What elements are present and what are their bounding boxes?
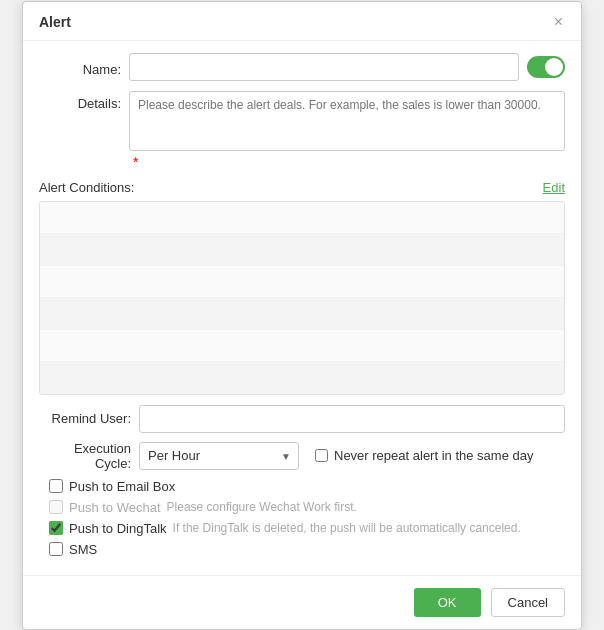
push-dingtalk-label: Push to DingTalk: [69, 521, 167, 536]
execution-cycle-label: Execution Cycle:: [39, 441, 139, 471]
name-input-wrap: [129, 53, 565, 81]
table-row: [40, 234, 564, 266]
conditions-label: Alert Conditions:: [39, 180, 134, 195]
table-row: [40, 202, 564, 234]
push-email-checkbox[interactable]: [49, 479, 63, 493]
details-input[interactable]: [129, 91, 565, 151]
table-cell: [302, 298, 433, 329]
toggle-slider: [527, 56, 565, 78]
table-cell: [433, 202, 564, 233]
table-cell: [40, 362, 171, 394]
details-row: Details: *: [39, 91, 565, 170]
push-email-label: Push to Email Box: [69, 479, 175, 494]
details-label: Details:: [39, 91, 129, 111]
table-cell: [40, 234, 171, 265]
remind-user-row: Remind User:: [39, 405, 565, 433]
table-cell: [40, 202, 171, 233]
name-input[interactable]: [129, 53, 519, 81]
dialog-footer: OK Cancel: [23, 575, 581, 629]
required-star: *: [133, 154, 138, 170]
dialog-body: Name: Details: * Alert Conditions: Edit: [23, 41, 581, 575]
push-wechat-label: Push to Wechat: [69, 500, 161, 515]
push-email-row: Push to Email Box: [39, 479, 565, 494]
table-cell: [433, 362, 564, 394]
ok-button[interactable]: OK: [414, 588, 481, 617]
table-row: [40, 266, 564, 298]
execution-cycle-row: Execution Cycle: Per Hour Per Day Per We…: [39, 441, 565, 471]
table-cell: [171, 298, 302, 329]
cycle-select-wrap: Per Hour Per Day Per Week ▼: [139, 442, 299, 470]
remind-user-input[interactable]: [139, 405, 565, 433]
never-repeat-label: Never repeat alert in the same day: [334, 448, 533, 463]
table-cell: [433, 266, 564, 297]
table-cell: [433, 330, 564, 361]
name-label: Name:: [39, 57, 129, 77]
table-cell: [302, 266, 433, 297]
dialog-header: Alert ×: [23, 2, 581, 41]
remind-user-label: Remind User:: [39, 411, 139, 426]
sms-label: SMS: [69, 542, 97, 557]
table-cell: [433, 234, 564, 265]
table-cell: [171, 362, 302, 394]
cycle-select[interactable]: Per Hour Per Day Per Week: [139, 442, 299, 470]
sms-checkbox[interactable]: [49, 542, 63, 556]
dialog-title: Alert: [39, 14, 71, 30]
never-repeat-wrap: Never repeat alert in the same day: [315, 448, 533, 463]
sms-row: SMS: [39, 542, 565, 557]
table-cell: [302, 202, 433, 233]
table-cell: [40, 266, 171, 297]
table-row: [40, 362, 564, 394]
table-cell: [171, 202, 302, 233]
toggle-switch[interactable]: [527, 56, 565, 78]
push-wechat-row: Push to Wechat Please configure Wechat W…: [39, 500, 565, 515]
table-row: [40, 330, 564, 362]
push-dingtalk-note: If the DingTalk is deleted, the push wil…: [173, 521, 521, 535]
table-cell: [171, 330, 302, 361]
table-cell: [40, 330, 171, 361]
table-cell: [433, 298, 564, 329]
table-row: [40, 298, 564, 330]
alert-dialog: Alert × Name: Details: * Alert: [22, 1, 582, 630]
push-wechat-note: Please configure Wechat Work first.: [167, 500, 357, 514]
push-wechat-checkbox[interactable]: [49, 500, 63, 514]
conditions-table: [39, 201, 565, 395]
table-cell: [40, 298, 171, 329]
conditions-header: Alert Conditions: Edit: [39, 180, 565, 195]
edit-link[interactable]: Edit: [543, 180, 565, 195]
table-cell: [171, 234, 302, 265]
push-dingtalk-checkbox[interactable]: [49, 521, 63, 535]
never-repeat-checkbox[interactable]: [315, 449, 328, 462]
name-row: Name:: [39, 53, 565, 81]
push-dingtalk-row: Push to DingTalk If the DingTalk is dele…: [39, 521, 565, 536]
table-cell: [302, 234, 433, 265]
table-cell: [171, 266, 302, 297]
cancel-button[interactable]: Cancel: [491, 588, 565, 617]
table-cell: [302, 362, 433, 394]
details-wrap: *: [129, 91, 565, 170]
close-button[interactable]: ×: [552, 14, 565, 30]
table-cell: [302, 330, 433, 361]
